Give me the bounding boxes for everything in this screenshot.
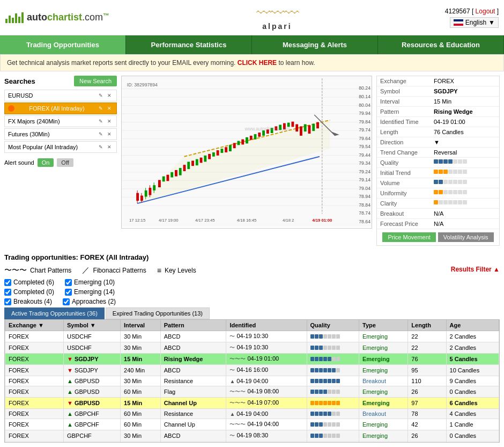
info-row-breakout: Breakout N/A — [377, 209, 499, 219]
sidebar-item-futures[interactable]: Futures (30Min) ✎ ✕ — [4, 128, 117, 140]
table-row[interactable]: FOREX ▼ GBPUSD 15 Min Channel Up 〜〜〜 04-… — [5, 398, 499, 409]
table-row[interactable]: FOREX GBPCHF 240 Min ABCD 〜 04-19 04:00 … — [5, 442, 499, 443]
svg-rect-60 — [217, 150, 219, 156]
chart-pattern-label: Chart Patterns — [30, 267, 71, 274]
sidebar-item-fx-majors[interactable]: FX Majors (240Min) ✎ ✕ — [4, 115, 117, 127]
sidebar-item-forex-all[interactable]: FOREX (All Intraday) ✎ ✕ — [4, 102, 117, 114]
cell-interval: 30 Min — [121, 342, 161, 354]
cell-identified: 〜 04-19 10:30 — [226, 331, 307, 342]
checkbox-approaches-2[interactable]: Approaches (2) — [63, 298, 116, 305]
col-exchange[interactable]: Exchange ▼ — [5, 320, 64, 331]
table-row[interactable]: FOREX ▲ GBPCHF 60 Min Resistance ▲ 04-19… — [5, 409, 499, 419]
checkbox-emerging-10[interactable]: Emerging (10) — [65, 279, 115, 286]
svg-rect-81 — [304, 124, 307, 132]
col-age[interactable]: Age — [446, 320, 499, 331]
tab-performance-statistics[interactable]: Performance Statistics — [126, 35, 252, 54]
dot-3 — [443, 190, 448, 194]
svg-rect-82 — [308, 125, 311, 134]
checkbox-breakouts-4[interactable]: Breakouts (4) — [4, 298, 52, 305]
table-row[interactable]: FOREX USDCHF 30 Min ABCD 〜 04-19 10:30 E… — [5, 342, 499, 354]
checkbox-completed-0[interactable]: Completed (0) — [4, 288, 54, 296]
alert-off-button[interactable]: Off — [57, 158, 73, 167]
col-identified[interactable]: Identified — [226, 320, 307, 331]
dot-4 — [448, 159, 453, 164]
sidebar-item-eurusd[interactable]: EURUSD ✎ ✕ — [4, 90, 117, 101]
table-row[interactable]: FOREX GBPCHF 30 Min ABCD 〜 04-19 08:30 E… — [5, 430, 499, 442]
search-item-label: FOREX (All Intraday) — [29, 105, 84, 112]
checkbox-emerging-14[interactable]: Emerging (14) — [65, 288, 115, 296]
sort-icon: ▼ — [38, 322, 42, 328]
edit-icon[interactable]: ✎ — [97, 143, 105, 151]
edit-icon[interactable]: ✎ — [97, 130, 105, 138]
col-interval[interactable]: Interval — [121, 320, 161, 331]
col-quality[interactable]: Quality — [307, 320, 359, 331]
col-length[interactable]: Length — [408, 320, 446, 331]
results-filter[interactable]: Results Filter ▲ — [451, 266, 500, 273]
checkbox-completed-6[interactable]: Completed (6) — [4, 279, 54, 286]
quality-bar-segment — [310, 412, 314, 416]
close-icon[interactable]: ✕ — [106, 118, 113, 125]
cell-age: 4 Candles — [446, 409, 499, 419]
svg-text:80.04: 80.04 — [359, 102, 370, 108]
cell-exchange: FOREX — [5, 419, 64, 430]
price-movement-button[interactable]: Price Movement — [382, 232, 435, 242]
edit-icon[interactable]: ✎ — [97, 118, 105, 125]
edit-icon[interactable]: ✎ — [97, 92, 105, 99]
table-tab-active[interactable]: Active Trading Opportunities (36) — [4, 307, 105, 319]
alert-on-button[interactable]: On — [38, 158, 54, 167]
click-here-link[interactable]: CLICK HERE — [238, 59, 277, 67]
checkbox-input[interactable] — [4, 298, 11, 305]
info-label-clarity: Clarity — [380, 200, 434, 207]
checkbox-input[interactable] — [65, 279, 72, 286]
cell-age: 9 Candles — [446, 376, 499, 386]
col-symbol[interactable]: Symbol ▼ — [63, 320, 120, 331]
close-icon[interactable]: ✕ — [106, 143, 113, 151]
language-selector[interactable]: English ▼ — [450, 17, 499, 28]
checkbox-input[interactable] — [4, 289, 11, 296]
close-icon[interactable]: ✕ — [106, 105, 113, 112]
svg-text:17 12:15: 17 12:15 — [129, 218, 145, 223]
table-row[interactable]: FOREX ▼ SGDJPY 15 Min Rising Wedge 〜〜〜 0… — [5, 354, 499, 365]
cell-age: 2 Candles — [446, 342, 499, 354]
info-value-pattern: Rising Wedge — [434, 108, 473, 115]
svg-rect-55 — [196, 159, 198, 166]
checkbox-input[interactable] — [65, 289, 72, 296]
quality-bar-segment — [336, 434, 340, 438]
sidebar: Searches New Search EURUSD ✎ ✕ FOREX (Al… — [4, 76, 117, 246]
table-row[interactable]: FOREX ▼ SGDJPY 240 Min ABCD 〜 04-16 16:0… — [5, 365, 499, 376]
tab-resources-education[interactable]: Resources & Education — [378, 35, 504, 54]
close-icon[interactable]: ✕ — [106, 92, 113, 99]
cell-quality — [307, 430, 359, 442]
new-search-button[interactable]: New Search — [74, 76, 117, 86]
checkbox-input[interactable] — [63, 298, 70, 305]
tab-messaging-alerts[interactable]: Messaging & Alerts — [252, 35, 378, 54]
dot-7 — [463, 200, 467, 204]
checkbox-input[interactable] — [4, 279, 11, 286]
volatility-analysis-button[interactable]: Volatility Analysis — [438, 232, 494, 242]
edit-icon[interactable]: ✎ — [97, 105, 105, 112]
close-icon[interactable]: ✕ — [106, 130, 113, 138]
table-row[interactable]: FOREX ▲ GBPUSD 30 Min Resistance ▲ 04-19… — [5, 376, 499, 386]
table-tab-expired[interactable]: Expired Trading Opportunities (13) — [106, 307, 210, 319]
dot-6 — [458, 190, 462, 194]
info-row-initial-trend: Initial Trend — [377, 168, 499, 178]
cell-age: 6 Candles — [446, 398, 499, 409]
sidebar-item-most-popular[interactable]: Most Popular (All Intraday) ✎ ✕ — [4, 141, 117, 153]
logout-link[interactable]: Logout — [476, 8, 495, 15]
table-container[interactable]: Exchange ▼ Symbol ▼ Interval Pattern Ide… — [4, 319, 500, 443]
col-pattern[interactable]: Pattern — [160, 320, 226, 331]
table-row[interactable]: FOREX USDCHF 30 Min ABCD 〜 04-19 10:30 E… — [5, 331, 499, 342]
quality-bar-segment — [323, 346, 327, 350]
tab-trading-opportunities[interactable]: Trading Opportunities — [0, 35, 126, 54]
svg-rect-84 — [316, 122, 319, 129]
cell-pattern: Resistance — [160, 409, 226, 419]
table-row[interactable]: FOREX ▲ GBPCHF 60 Min Channel Up 〜〜〜 04-… — [5, 419, 499, 430]
svg-rect-69 — [254, 134, 257, 140]
col-type[interactable]: Type — [359, 320, 408, 331]
quality-bar-segment — [328, 422, 331, 427]
cell-identified: 〜 04-19 10:30 — [226, 342, 307, 354]
cell-length: 42 — [408, 442, 446, 443]
table-row[interactable]: FOREX ▲ GBPUSD 60 Min Flag 〜〜〜 04-19 08:… — [5, 386, 499, 398]
dot-1 — [434, 159, 438, 164]
dot-7 — [463, 170, 467, 174]
